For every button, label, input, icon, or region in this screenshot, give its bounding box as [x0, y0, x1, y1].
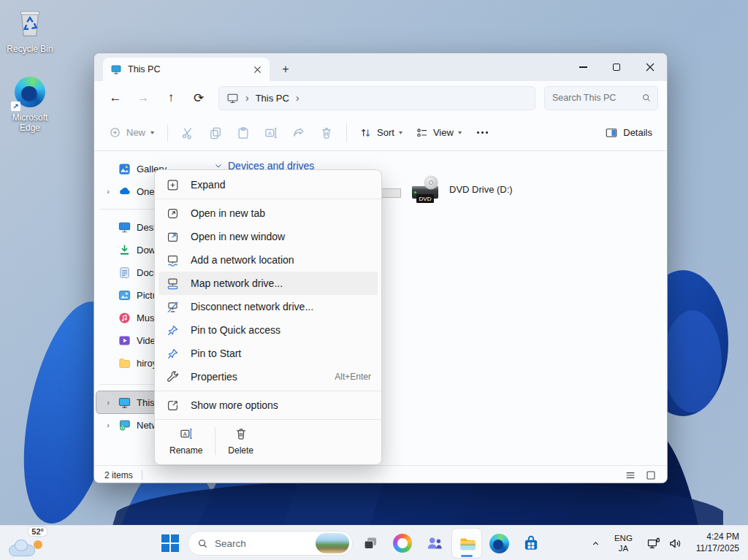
chevron-right-icon[interactable]: ›	[104, 421, 112, 429]
disconnect-network-drive-icon	[165, 299, 180, 314]
language-line2: JA	[614, 543, 633, 553]
copy-button[interactable]	[202, 120, 229, 146]
rename-button[interactable]: A	[257, 120, 285, 146]
desktop-icon-recycle-bin[interactable]: Recycle Bin	[1, 6, 58, 54]
forward-button[interactable]: →	[131, 85, 156, 110]
divider	[215, 427, 215, 455]
dvd-drive-label: DVD Drive (D:)	[449, 184, 513, 195]
desktop-icon-microsoft-edge[interactable]: ↗ Microsoft Edge	[1, 74, 58, 133]
menu-item-open-in-new-tab[interactable]: Open in new tab	[159, 202, 378, 225]
new-button[interactable]: New ▾	[102, 122, 161, 143]
breadcrumb-chevron-icon: ›	[245, 92, 249, 104]
close-button[interactable]	[633, 53, 667, 81]
tab-this-pc[interactable]: This PC	[103, 58, 270, 81]
menu-item-expand[interactable]: Expand	[159, 173, 378, 196]
system-tray-buttons[interactable]	[641, 533, 687, 554]
explorer-search-input[interactable]	[552, 93, 641, 103]
context-menu: Expand Open in new tab Open in new windo…	[154, 169, 382, 465]
edge-icon: ↗	[12, 74, 47, 110]
dvd-drive-item[interactable]: DVD DVD Drive (D:)	[407, 173, 513, 210]
navigation-bar: ← → ↑ ⟳ › This PC ›	[94, 81, 667, 115]
edge-button[interactable]	[484, 529, 514, 558]
list-view-toggle-icon[interactable]	[625, 469, 636, 481]
menu-item-properties[interactable]: Properties Alt+Enter	[159, 365, 378, 388]
delete-button[interactable]	[313, 120, 340, 146]
chevron-right-icon[interactable]: ›	[104, 398, 112, 407]
gallery-icon	[118, 162, 131, 176]
menu-item-disconnect-network-drive[interactable]: Disconnect network drive...	[159, 295, 378, 318]
details-pane-icon	[605, 126, 618, 139]
menu-item-add-network-location[interactable]: Add a network location	[159, 248, 378, 272]
input-language-indicator[interactable]: ENG JA	[610, 532, 637, 556]
details-button[interactable]: Details	[598, 122, 660, 144]
view-label: View	[433, 127, 454, 138]
svg-text:A: A	[268, 129, 272, 136]
tab-close-icon[interactable]	[251, 63, 264, 76]
rename-icon: A	[264, 126, 278, 140]
clock[interactable]: 4:24 PM 11/17/2025	[692, 530, 744, 556]
weather-widget[interactable]: 52°	[7, 527, 48, 558]
cloud-icon	[9, 545, 35, 556]
language-line1: ENG	[614, 533, 633, 543]
cut-button[interactable]	[174, 120, 202, 146]
search-highlight-image[interactable]	[316, 533, 349, 553]
plus-circle-icon	[109, 126, 121, 139]
rename-button[interactable]: A Rename	[162, 425, 210, 457]
breadcrumb-location[interactable]: This PC	[256, 93, 289, 104]
back-button[interactable]: ←	[103, 85, 128, 110]
new-tab-button[interactable]: +	[275, 59, 296, 80]
menu-item-open-in-new-window[interactable]: Open in new window	[159, 225, 378, 248]
explorer-search-box[interactable]	[544, 86, 658, 110]
copilot-button[interactable]	[388, 529, 417, 558]
sort-button[interactable]: Sort ▾	[353, 122, 409, 144]
network-icon	[646, 536, 661, 551]
folder-icon	[118, 356, 131, 370]
status-bar: 2 items	[94, 465, 667, 483]
taskbar: 52° Search	[0, 525, 748, 560]
microsoft-store-button[interactable]	[516, 529, 546, 558]
menu-item-show-more-options[interactable]: Show more options	[159, 394, 378, 417]
task-view-icon	[362, 534, 379, 552]
view-icon	[416, 126, 429, 139]
hidden-icons-button[interactable]	[587, 531, 606, 556]
share-icon	[291, 126, 306, 140]
more-options-button[interactable]	[468, 131, 497, 134]
chevron-right-icon[interactable]: ›	[104, 187, 112, 196]
taskbar-search-placeholder: Search	[215, 538, 246, 549]
maximize-button[interactable]	[600, 53, 633, 81]
menu-item-pin-to-start[interactable]: Pin to Start	[159, 342, 378, 365]
task-view-button[interactable]	[356, 529, 385, 558]
minimize-icon	[579, 66, 587, 67]
minimize-button[interactable]	[566, 53, 600, 81]
monitor-icon	[226, 92, 239, 104]
chevron-up-icon	[591, 539, 600, 548]
search-icon	[197, 538, 208, 549]
file-explorer-button[interactable]	[452, 529, 481, 558]
refresh-button[interactable]: ⟳	[186, 85, 211, 110]
up-button[interactable]: ↑	[159, 85, 183, 110]
teams-button[interactable]	[420, 529, 449, 558]
pictures-icon	[118, 288, 131, 302]
share-button[interactable]	[285, 120, 313, 146]
search-icon	[641, 93, 652, 103]
view-button[interactable]: View ▾	[409, 122, 468, 144]
delete-button[interactable]: Delete	[221, 425, 261, 457]
monitor-icon	[110, 64, 122, 75]
taskbar-search-box[interactable]: Search	[188, 531, 353, 556]
menu-item-map-network-drive[interactable]: Map network drive...	[159, 272, 378, 295]
thumbnail-view-toggle-icon[interactable]	[645, 469, 657, 481]
breadcrumb-chevron-icon[interactable]: ›	[296, 92, 299, 104]
documents-icon	[118, 266, 131, 280]
divider	[155, 199, 381, 199]
address-bar[interactable]: › This PC ›	[218, 86, 535, 110]
edge-label: Microsoft Edge	[4, 112, 56, 133]
sort-icon	[359, 126, 373, 139]
paste-button[interactable]	[229, 120, 257, 146]
file-explorer-icon	[457, 534, 477, 553]
trash-icon	[234, 426, 248, 441]
shortcut-arrow-icon: ↗	[11, 101, 20, 111]
recycle-bin-label: Recycle Bin	[7, 44, 53, 54]
start-button[interactable]	[156, 529, 185, 558]
tab-title: This PC	[128, 64, 160, 74]
menu-item-pin-to-quick-access[interactable]: Pin to Quick access	[159, 318, 378, 342]
